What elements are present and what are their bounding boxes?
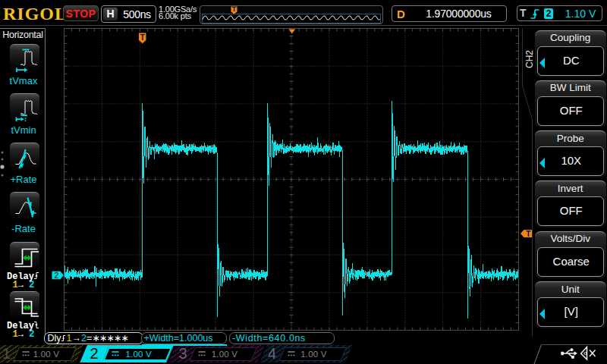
svg-text:T: T	[140, 33, 145, 42]
svg-text:2: 2	[54, 271, 58, 280]
svg-text:CH2: CH2	[524, 50, 535, 68]
